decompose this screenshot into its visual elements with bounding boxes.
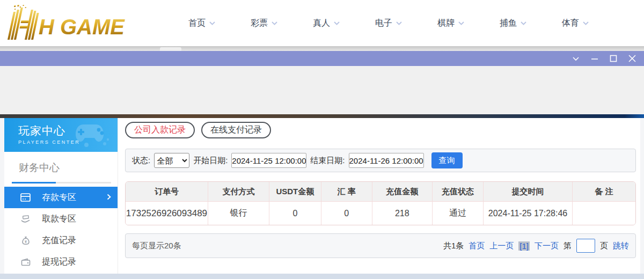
sidebar: 玩家中心 PLAYERS CENTER 财务中心 — [4, 118, 118, 274]
first-page-link[interactable]: 首页 — [469, 241, 485, 251]
svg-text:¥: ¥ — [25, 239, 27, 243]
hand-money-icon — [20, 215, 31, 224]
cell-exchange-rate: 0 — [321, 202, 372, 225]
window-tab-notch — [160, 47, 181, 51]
start-date-label: 开始日期: — [193, 156, 228, 166]
jump-prefix-label: 第 — [564, 241, 572, 251]
cell-submit-time: 2024-11-25 17:28:46 — [484, 202, 573, 225]
col-submit-time: 提交时间 — [484, 182, 573, 202]
table-header-row: 订单号 支付方式 USDT金额 汇 率 充值金额 充值状态 提交时间 备 注 — [126, 182, 635, 202]
wallet-icon — [20, 258, 31, 267]
col-remarks: 备 注 — [573, 182, 635, 202]
start-date-input[interactable] — [231, 153, 306, 168]
nav-item-fishing[interactable]: 捕鱼 — [482, 18, 544, 29]
prev-page-link[interactable]: 上一页 — [489, 241, 514, 251]
chevron-down-icon — [396, 21, 402, 25]
nav-label: 彩票 — [251, 18, 268, 29]
cell-payment-method: 银行 — [208, 202, 269, 225]
jump-button[interactable]: 跳转 — [613, 241, 629, 251]
chevron-down-icon — [521, 21, 526, 25]
sidebar-item-withdrawal-records[interactable]: 提现记录 — [4, 251, 118, 273]
page-jump-input[interactable] — [576, 239, 595, 253]
nav-label: 捕鱼 — [500, 18, 517, 29]
close-icon[interactable] — [628, 54, 636, 63]
chevron-down-icon — [583, 21, 589, 25]
workspace-gap — [0, 66, 644, 114]
nav-label: 首页 — [188, 18, 206, 29]
sidebar-item-label: 取款专区 — [42, 214, 76, 225]
sidebar-item-label: 提现记录 — [42, 256, 76, 268]
page: H GAME 首页 彩票 真人 电子 棋牌 — [0, 0, 644, 279]
table-row: 1732526926093489 银行 0 0 218 通过 2024-11-2… — [126, 202, 635, 225]
tab-company-deposit-records[interactable]: 公司入款记录 — [125, 122, 195, 138]
sidebar-item-withdraw-zone[interactable]: 取款专区 — [4, 208, 118, 230]
chevron-down-icon — [272, 21, 277, 25]
dialog-titlebar — [0, 51, 644, 66]
total-count: 共1条 — [443, 241, 464, 251]
nav-label: 体育 — [562, 18, 579, 29]
chevron-down-icon — [458, 21, 464, 25]
next-page-link[interactable]: 下一页 — [535, 241, 559, 251]
hgame-logo-icon: H GAME — [5, 4, 149, 42]
nav-item-home[interactable]: 首页 — [171, 18, 233, 29]
col-order-number: 订单号 — [126, 182, 208, 202]
sidebar-item-recharge-records[interactable]: ¥ 充值记录 — [4, 230, 118, 251]
col-payment-method: 支付方式 — [208, 182, 269, 202]
chevron-right-icon — [107, 193, 111, 202]
cell-usdt-amount: 0 — [269, 202, 321, 225]
col-recharge-status: 充值状态 — [433, 182, 484, 202]
query-button[interactable]: 查询 — [431, 152, 463, 168]
tab-online-payment-records[interactable]: 在线支付记录 — [201, 122, 271, 138]
records-table: 订单号 支付方式 USDT金额 汇 率 充值金额 充值状态 提交时间 备 注 1… — [125, 181, 636, 225]
main-panel: 公司入款记录 在线支付记录 状态: 全部 开始日期: 结束日期: 查询 订单号 … — [118, 118, 640, 274]
chevron-down-icon — [209, 21, 215, 25]
nav-label: 电子 — [375, 18, 392, 29]
finance-section-title: 财务中心 — [4, 152, 118, 175]
cell-order-number: 1732526926093489 — [126, 202, 208, 225]
cell-remarks — [573, 202, 635, 225]
col-usdt-amount: USDT金额 — [269, 182, 321, 202]
sidebar-header: 玩家中心 PLAYERS CENTER — [4, 118, 118, 152]
end-date-input[interactable] — [349, 153, 424, 168]
chevron-down-icon — [334, 21, 340, 25]
nav-item-lottery[interactable]: 彩票 — [233, 18, 295, 29]
gamepad-icon — [74, 121, 112, 149]
col-recharge-amount: 充值金额 — [372, 182, 433, 202]
nav-label: 真人 — [313, 18, 330, 29]
cell-recharge-status: 通过 — [433, 202, 484, 225]
minimize-icon[interactable] — [590, 54, 599, 63]
money-bag-icon: ¥ — [20, 236, 31, 245]
col-exchange-rate: 汇 率 — [321, 182, 372, 202]
sidebar-item-label: 存款专区 — [42, 192, 76, 203]
current-page-indicator: [1] — [518, 241, 530, 251]
cell-recharge-amount: 218 — [372, 202, 433, 225]
site-header: H GAME 首页 彩票 真人 电子 棋牌 — [0, 0, 644, 46]
player-center-section: 玩家中心 PLAYERS CENTER 财务中心 — [0, 118, 644, 274]
svg-text:H GAME: H GAME — [39, 15, 125, 39]
collapse-icon[interactable] — [572, 54, 580, 63]
maximize-icon[interactable] — [609, 54, 618, 63]
sidebar-item-deposit-zone[interactable]: 存款专区 — [4, 187, 118, 208]
pager-controls: 共1条 首页 上一页 [1] 下一页 第 页 跳转 — [443, 239, 629, 253]
record-tabs: 公司入款记录 在线支付记录 — [125, 122, 636, 138]
bank-card-icon — [20, 193, 31, 202]
section-divider — [12, 182, 111, 183]
banner-edge-strip — [0, 114, 644, 118]
status-label: 状态: — [132, 156, 150, 166]
window-edge-strip — [0, 46, 644, 51]
filter-bar: 状态: 全部 开始日期: 结束日期: 查询 — [125, 149, 636, 172]
pagination-bar: 每页显示20条 共1条 首页 上一页 [1] 下一页 第 页 跳转 — [125, 233, 636, 258]
nav-label: 棋牌 — [437, 18, 455, 29]
nav-item-slots[interactable]: 电子 — [357, 18, 420, 29]
nav-item-live[interactable]: 真人 — [295, 18, 357, 29]
bottom-strip — [0, 274, 644, 279]
status-select[interactable]: 全部 — [154, 153, 189, 168]
sidebar-menu: 存款专区 取款专区 ¥ 充值记录 — [4, 187, 118, 279]
main-nav: 首页 彩票 真人 电子 棋牌 捕鱼 — [171, 0, 606, 46]
per-page-label: 每页显示20条 — [132, 241, 181, 251]
end-date-label: 结束日期: — [310, 156, 345, 166]
sidebar-item-label: 充值记录 — [42, 235, 76, 246]
nav-item-chess[interactable]: 棋牌 — [420, 18, 482, 29]
logo[interactable]: H GAME — [5, 4, 149, 42]
nav-item-sports[interactable]: 体育 — [544, 18, 606, 29]
